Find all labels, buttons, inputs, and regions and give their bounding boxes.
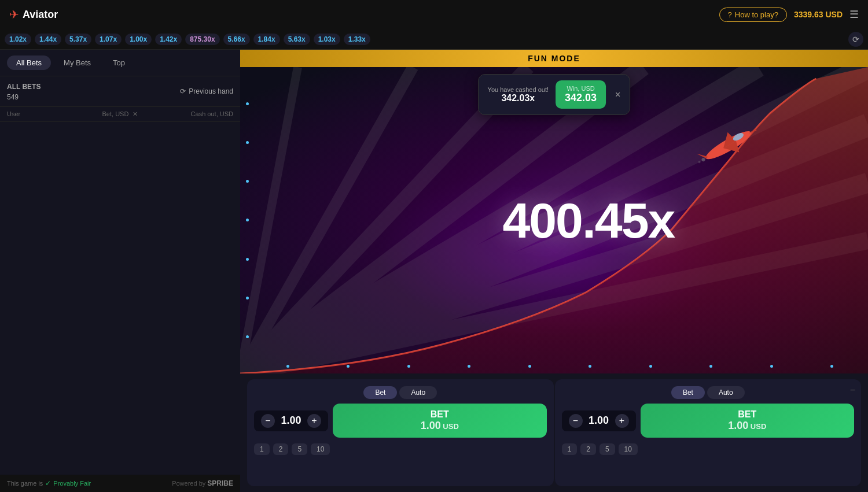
- quick-amounts-2: 1 2 5 10: [562, 443, 855, 455]
- sort-icon[interactable]: ✕: [133, 110, 138, 117]
- tab-top[interactable]: Top: [104, 56, 134, 70]
- how-to-play-button[interactable]: ? How to play?: [719, 8, 787, 22]
- bet-panel-1: Bet Auto − 1.00 + BET 1.00 USD 1 2 5 10: [247, 379, 554, 486]
- table-header: User Bet, USD ✕ Cash out, USD: [0, 107, 240, 122]
- mult-item[interactable]: 5.66x: [223, 34, 250, 45]
- betting-area: Bet Auto − 1.00 + BET 1.00 USD 1 2 5 10 …: [240, 373, 868, 492]
- quick-5-1[interactable]: 5: [292, 443, 307, 455]
- decrease-bet-2[interactable]: −: [569, 414, 583, 428]
- x-dot: [286, 365, 289, 368]
- quick-5-2[interactable]: 5: [599, 443, 615, 455]
- quick-1-2[interactable]: 1: [562, 443, 578, 455]
- all-bets-label: ALL BETS: [7, 83, 41, 91]
- previous-hand-button[interactable]: ⟳ Previous hand: [180, 87, 233, 95]
- x-axis-dots: [258, 365, 862, 368]
- col-header-bet: Bet, USD ✕: [82, 110, 157, 118]
- decrease-bet-1[interactable]: −: [261, 414, 275, 428]
- header: ✈ Aviator ? How to play? 3339.63 USD ☰: [0, 0, 868, 29]
- x-dot: [528, 365, 531, 368]
- y-dot: [246, 102, 249, 105]
- bet-panel-2-tabs: Bet Auto: [562, 386, 855, 399]
- mult-item[interactable]: 1.03x: [314, 34, 340, 45]
- multiplier-bar: 1.02x 1.44x 5.37x 1.07x 1.00x 1.42x 875.…: [0, 29, 868, 50]
- x-dot: [407, 365, 410, 368]
- bet-button-1[interactable]: BET 1.00 USD: [333, 404, 547, 438]
- quick-amounts-1: 1 2 5 10: [254, 443, 547, 455]
- bet-panel-1-tabs: Bet Auto: [254, 386, 547, 399]
- auto-tab-2[interactable]: Auto: [707, 386, 745, 399]
- y-axis-dots: [246, 84, 249, 356]
- bet-label-1: BET: [339, 409, 541, 420]
- mult-item[interactable]: 1.84x: [253, 34, 280, 45]
- mult-item[interactable]: 1.33x: [344, 34, 370, 45]
- y-dot: [246, 141, 249, 144]
- menu-icon[interactable]: ☰: [849, 8, 859, 21]
- bet-value-1: 1.00: [279, 415, 303, 427]
- shield-icon: ✓: [45, 479, 51, 487]
- increase-bet-2[interactable]: +: [615, 414, 629, 428]
- balance-display: 3339.63 USD: [794, 10, 843, 19]
- logo: ✈ Aviator: [9, 8, 58, 21]
- mult-item[interactable]: 1.44x: [35, 34, 61, 45]
- x-dot: [649, 365, 652, 368]
- col-header-cashout: Cash out, USD: [158, 110, 233, 118]
- question-icon: ?: [728, 10, 732, 19]
- mult-item[interactable]: 1.00x: [125, 34, 152, 45]
- cashout-label: You have cashed out!: [488, 86, 549, 93]
- sidebar-header: ALL BETS 549 ⟳ Previous hand: [0, 76, 240, 107]
- y-dot: [246, 180, 249, 183]
- mult-item[interactable]: 1.07x: [95, 34, 122, 45]
- x-dot: [770, 365, 773, 368]
- col-header-user: User: [7, 110, 82, 118]
- tab-my-bets[interactable]: My Bets: [54, 56, 100, 70]
- quick-2-2[interactable]: 2: [580, 443, 596, 455]
- cashout-win-label: Win, USD: [565, 85, 597, 92]
- provably-fair: This game is ✓ Provably Fair: [7, 479, 91, 487]
- bet-amount-1: 1.00 USD: [421, 422, 459, 431]
- bet-controls-1: − 1.00 + BET 1.00 USD: [254, 404, 547, 438]
- bet-stepper-1: − 1.00 +: [254, 410, 328, 431]
- cashout-close-button[interactable]: ×: [615, 90, 620, 100]
- bet-label-2: BET: [646, 409, 849, 420]
- spribe-logo: SPRIBE: [207, 479, 233, 487]
- tab-all-bets[interactable]: All Bets: [7, 56, 51, 70]
- y-dot: [246, 297, 249, 299]
- bet-value-2: 1.00: [587, 415, 610, 427]
- mult-item[interactable]: 5.37x: [65, 34, 91, 45]
- bet-tab-2[interactable]: Bet: [671, 386, 705, 399]
- remove-panel-2-button[interactable]: −: [850, 385, 855, 395]
- bet-button-2[interactable]: BET 1.00 USD: [641, 404, 855, 438]
- bet-stepper-2: − 1.00 +: [562, 410, 636, 431]
- mult-item[interactable]: 875.30x: [185, 34, 219, 45]
- auto-tab-1[interactable]: Auto: [399, 386, 437, 399]
- logo-text: Aviator: [23, 9, 58, 21]
- bet-amount-2: 1.00 USD: [728, 422, 766, 431]
- mult-item[interactable]: 1.42x: [155, 34, 182, 45]
- x-dot: [589, 365, 591, 368]
- fun-mode-banner: FUN MODE: [240, 50, 868, 67]
- bet-panel-2: Bet Auto − 1.00 + BET 1.00 USD 1 2 5 10 …: [555, 379, 862, 486]
- footer: This game is ✓ Provably Fair Powered by …: [0, 475, 240, 492]
- bet-tab-1[interactable]: Bet: [363, 386, 397, 399]
- quick-10-1[interactable]: 10: [311, 443, 330, 455]
- cashout-win-button: Win, USD 342.03: [556, 80, 606, 109]
- powered-by: Powered by SPRIBE: [172, 479, 233, 487]
- logo-plane-icon: ✈: [9, 8, 19, 21]
- mult-item[interactable]: 5.63x: [284, 34, 310, 45]
- svg-point-17: [698, 160, 701, 163]
- clock-icon: ⟳: [180, 87, 186, 95]
- quick-10-2[interactable]: 10: [619, 443, 638, 455]
- cashout-win-amount: 342.03: [565, 92, 597, 104]
- cashout-notification: You have cashed out! 342.03x Win, USD 34…: [478, 74, 631, 115]
- current-multiplier: 400.45x: [502, 192, 674, 249]
- mult-item[interactable]: 1.02x: [5, 34, 31, 45]
- mult-history-button[interactable]: ⟳: [848, 32, 863, 47]
- quick-1-1[interactable]: 1: [254, 443, 270, 455]
- y-dot: [246, 219, 249, 221]
- all-bets-info: ALL BETS 549: [7, 81, 41, 102]
- quick-2-1[interactable]: 2: [273, 443, 289, 455]
- x-dot: [468, 365, 470, 368]
- increase-bet-1[interactable]: +: [307, 414, 321, 428]
- cashout-info: You have cashed out! 342.03x: [488, 86, 549, 103]
- sidebar-tabs: All Bets My Bets Top: [0, 50, 240, 76]
